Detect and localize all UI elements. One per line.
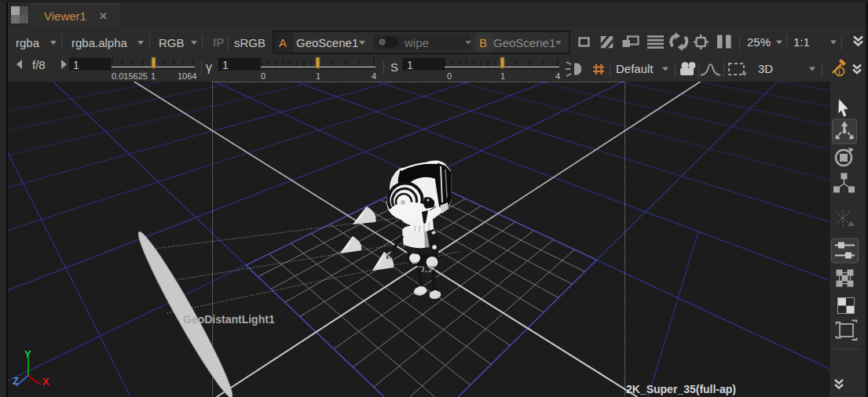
svg-text:X: X: [42, 376, 49, 388]
svg-text:0: 0: [447, 71, 452, 81]
svg-text:Default: Default: [616, 62, 654, 75]
svg-text:0.015625: 0.015625: [112, 71, 148, 81]
svg-text:1: 1: [500, 71, 505, 81]
svg-text:1: 1: [151, 71, 156, 81]
svg-text:Y: Y: [24, 348, 31, 360]
svg-text:1:1: 1:1: [793, 35, 810, 49]
svg-text:4: 4: [372, 71, 376, 81]
svg-text:3D: 3D: [758, 62, 773, 75]
svg-text:i: i: [838, 68, 841, 76]
svg-text:2K_Super_35(full-ap): 2K_Super_35(full-ap): [626, 383, 736, 395]
svg-text:GeoDistantLight1: GeoDistantLight1: [183, 313, 275, 326]
svg-text:Z: Z: [13, 375, 19, 387]
svg-text:1064: 1064: [178, 71, 196, 81]
svg-text:4: 4: [555, 71, 560, 81]
svg-text:0: 0: [261, 71, 266, 81]
svg-text:25%: 25%: [747, 35, 771, 49]
svg-text:1: 1: [316, 71, 320, 81]
